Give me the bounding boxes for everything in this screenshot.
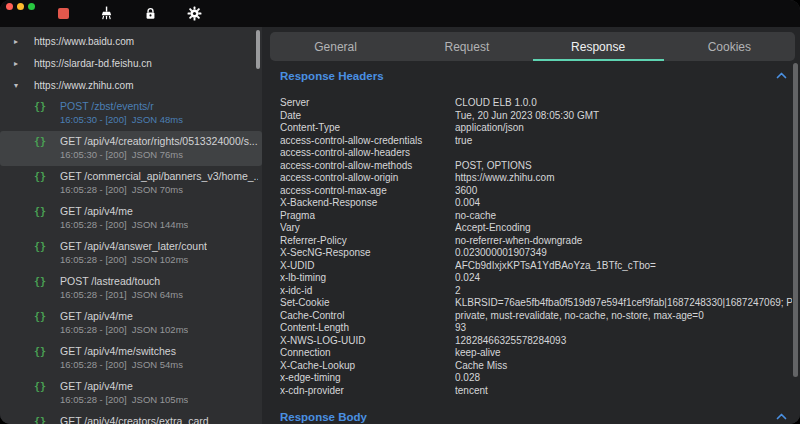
header-row-8[interactable]: X-Backend-Response0.004 bbox=[280, 197, 792, 210]
header-row-11[interactable]: Referrer-Policyno-referrer-when-downgrad… bbox=[280, 235, 792, 248]
header-row-2[interactable]: Content-Typeapplication/json bbox=[280, 122, 792, 135]
header-name: Content-Type bbox=[280, 122, 455, 135]
header-row-4[interactable]: access-control-allow-headers bbox=[280, 147, 792, 160]
header-name: Referrer-Policy bbox=[280, 235, 455, 248]
header-value: no-cache bbox=[455, 210, 792, 223]
chevron-right-icon[interactable]: ▸ bbox=[14, 37, 34, 46]
collapse-headers-chevron-icon[interactable] bbox=[776, 72, 787, 79]
header-row-14[interactable]: x-lb-timing0.024 bbox=[280, 272, 792, 285]
header-value: 0.023000001907349 bbox=[455, 247, 792, 260]
tab-label: Request bbox=[445, 40, 490, 54]
host-url-label: https://www.zhihu.com bbox=[34, 80, 133, 91]
request-method-path: POST /lastread/touch bbox=[60, 275, 183, 288]
tab-request[interactable]: Request bbox=[401, 32, 532, 61]
header-row-3[interactable]: access-control-allow-credentialstrue bbox=[280, 135, 792, 148]
header-value: Tue, 20 Jun 2023 08:05:30 GMT bbox=[455, 110, 792, 123]
header-row-22[interactable]: x-edge-timing0.028 bbox=[280, 372, 792, 385]
collapse-body-chevron-icon[interactable] bbox=[776, 413, 787, 420]
clear-sessions-button[interactable] bbox=[99, 6, 114, 21]
tab-response[interactable]: Response bbox=[533, 32, 664, 61]
request-row-3[interactable]: {}GET /api/v4/me16:05:28 - [200] JSON 14… bbox=[0, 201, 262, 236]
host-row-2[interactable]: ▾https://www.zhihu.com bbox=[0, 74, 262, 96]
header-value: 0.028 bbox=[455, 372, 792, 385]
host-url-label: https://slardar-bd.feishu.cn bbox=[34, 58, 152, 69]
header-row-0[interactable]: ServerCLOUD ELB 1.0.0 bbox=[280, 97, 792, 110]
request-text: GET /api/v4/answer_later/count16:05:28 -… bbox=[60, 240, 207, 266]
request-row-8[interactable]: {}GET /api/v4/me16:05:28 - [200] JSON 10… bbox=[0, 376, 262, 411]
header-row-15[interactable]: x-idc-id2 bbox=[280, 285, 792, 298]
header-name: Connection bbox=[280, 347, 455, 360]
response-body-title[interactable]: Response Body bbox=[280, 411, 367, 423]
header-row-21[interactable]: X-Cache-LookupCache Miss bbox=[280, 360, 792, 373]
header-row-1[interactable]: DateTue, 20 Jun 2023 08:05:30 GMT bbox=[280, 110, 792, 123]
header-name: Set-Cookie bbox=[280, 297, 455, 310]
host-row-1[interactable]: ▸https://slardar-bd.feishu.cn bbox=[0, 52, 262, 74]
header-name: access-control-allow-credentials bbox=[280, 135, 455, 148]
request-meta: 16:05:28 - [200] JSON 144ms bbox=[60, 218, 188, 231]
minimize-window-button[interactable] bbox=[17, 3, 24, 10]
header-name: Server bbox=[280, 97, 455, 110]
header-value bbox=[455, 147, 792, 160]
request-list: {}POST /zbst/events/r16:05:30 - [200] JS… bbox=[0, 96, 262, 424]
header-row-7[interactable]: access-control-max-age3600 bbox=[280, 185, 792, 198]
header-name: x-lb-timing bbox=[280, 272, 455, 285]
settings-button[interactable] bbox=[187, 6, 202, 21]
json-braces-icon: {} bbox=[34, 380, 60, 393]
response-headers-title[interactable]: Response Headers bbox=[280, 70, 384, 82]
request-row-9[interactable]: {}GET /api/v4/creators/extra_card bbox=[0, 411, 262, 424]
zoom-window-button[interactable] bbox=[28, 3, 35, 10]
header-value: 3600 bbox=[455, 185, 792, 198]
header-row-20[interactable]: Connectionkeep-alive bbox=[280, 347, 792, 360]
lock-icon bbox=[143, 6, 158, 21]
main-split: ▸https://www.baidu.com▸https://slardar-b… bbox=[0, 27, 800, 424]
request-text: GET /api/v4/me16:05:28 - [200] JSON 102m… bbox=[60, 310, 188, 336]
request-row-7[interactable]: {}GET /api/v4/me/switches16:05:28 - [200… bbox=[0, 341, 262, 376]
host-row-0[interactable]: ▸https://www.baidu.com bbox=[0, 30, 262, 52]
header-row-19[interactable]: X-NWS-LOG-UUID12828466325578284093 bbox=[280, 335, 792, 348]
header-row-6[interactable]: access-control-allow-originhttps://www.z… bbox=[280, 172, 792, 185]
header-name: X-Backend-Response bbox=[280, 197, 455, 210]
tab-label: General bbox=[314, 40, 357, 54]
broom-icon bbox=[99, 6, 114, 21]
tab-general[interactable]: General bbox=[270, 32, 401, 61]
header-row-13[interactable]: X-UDIDAFCb9dIxjxKPTsA1YdBAoYza_1BTfc_cTb… bbox=[280, 260, 792, 273]
header-row-16[interactable]: Set-CookieKLBRSID=76ae5fb4fba0f519d97e59… bbox=[280, 297, 792, 310]
header-row-18[interactable]: Content-Length93 bbox=[280, 322, 792, 335]
sessions-sidebar: ▸https://www.baidu.com▸https://slardar-b… bbox=[0, 27, 262, 424]
header-value: tencent bbox=[455, 385, 792, 398]
tab-cookies[interactable]: Cookies bbox=[664, 32, 795, 61]
header-row-12[interactable]: X-SecNG-Response0.023000001907349 bbox=[280, 247, 792, 260]
close-window-button[interactable] bbox=[6, 3, 13, 10]
request-row-2[interactable]: {}GET /commercial_api/banners_v3/home_..… bbox=[0, 166, 262, 201]
header-name: Pragma bbox=[280, 210, 455, 223]
sidebar-scrollbar[interactable] bbox=[256, 30, 260, 69]
json-braces-icon: {} bbox=[34, 205, 60, 218]
request-method-path: GET /api/v4/me bbox=[60, 205, 188, 218]
request-row-6[interactable]: {}GET /api/v4/me16:05:28 - [200] JSON 10… bbox=[0, 306, 262, 341]
header-row-17[interactable]: Cache-Controlprivate, must-revalidate, n… bbox=[280, 310, 792, 323]
header-value: 2 bbox=[455, 285, 792, 298]
request-row-1[interactable]: {}GET /api/v4/creator/rights/0513324000/… bbox=[0, 131, 262, 166]
request-row-0[interactable]: {}POST /zbst/events/r16:05:30 - [200] JS… bbox=[0, 96, 262, 131]
header-value: Cache Miss bbox=[455, 360, 792, 373]
request-text: GET /api/v4/creator/rights/0513324000/s.… bbox=[60, 135, 258, 161]
request-text: GET /api/v4/me/switches16:05:28 - [200] … bbox=[60, 345, 183, 371]
stop-record-button[interactable] bbox=[56, 6, 71, 21]
lock-button[interactable] bbox=[143, 6, 158, 21]
header-row-9[interactable]: Pragmano-cache bbox=[280, 210, 792, 223]
request-text: GET /api/v4/creators/extra_card bbox=[60, 415, 209, 424]
gear-icon bbox=[187, 6, 202, 21]
detail-panel: GeneralRequestResponseCookies Response H… bbox=[262, 27, 800, 424]
chevron-right-icon[interactable]: ▸ bbox=[14, 59, 34, 68]
request-method-path: GET /api/v4/me/switches bbox=[60, 345, 183, 358]
detail-panel-scrollbar[interactable] bbox=[793, 63, 798, 377]
header-row-10[interactable]: VaryAccept-Encoding bbox=[280, 222, 792, 235]
header-row-23[interactable]: x-cdn-providertencent bbox=[280, 385, 792, 398]
header-row-5[interactable]: access-control-allow-methodsPOST, OPTION… bbox=[280, 160, 792, 173]
request-text: POST /zbst/events/r16:05:30 - [200] JSON… bbox=[60, 100, 183, 126]
request-row-5[interactable]: {}POST /lastread/touch16:05:28 - [201] J… bbox=[0, 271, 262, 306]
header-name: x-edge-timing bbox=[280, 372, 455, 385]
request-row-4[interactable]: {}GET /api/v4/answer_later/count16:05:28… bbox=[0, 236, 262, 271]
chevron-down-icon[interactable]: ▾ bbox=[14, 81, 34, 90]
host-url-label: https://www.baidu.com bbox=[34, 36, 134, 47]
